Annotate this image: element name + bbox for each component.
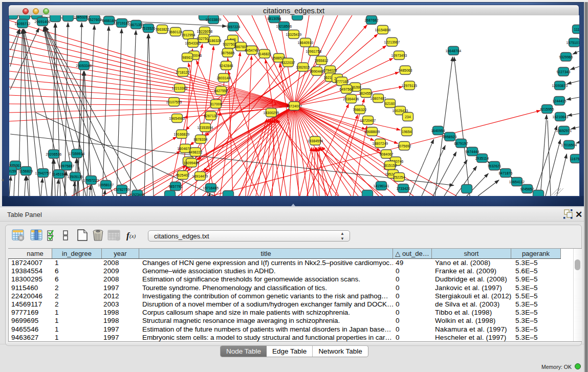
svg-text:15716485: 15716485 — [203, 186, 219, 190]
svg-text:19166829: 19166829 — [174, 133, 190, 136]
svg-text:8958923: 8958923 — [443, 135, 456, 139]
svg-text:9227343: 9227343 — [556, 70, 570, 74]
svg-text:10025433: 10025433 — [393, 109, 408, 113]
svg-text:2718120: 2718120 — [176, 71, 189, 74]
svg-text:19384554: 19384554 — [308, 139, 323, 143]
svg-text:817006: 817006 — [210, 102, 222, 106]
svg-text:16914479: 16914479 — [192, 174, 208, 178]
svg-text:234: 234 — [405, 115, 411, 119]
svg-text:7663822: 7663822 — [155, 28, 169, 31]
svg-text:39159: 39159 — [9, 169, 16, 173]
svg-text:16154808: 16154808 — [375, 28, 391, 32]
svg-text:19654985: 19654985 — [169, 117, 185, 120]
svg-text:7955812: 7955812 — [314, 59, 328, 62]
svg-text:1112: 1112 — [574, 28, 579, 31]
svg-text:2803144: 2803144 — [216, 76, 230, 80]
svg-text:9777169: 9777169 — [335, 80, 349, 83]
svg-text:17016504: 17016504 — [561, 143, 577, 147]
svg-text:8267130: 8267130 — [204, 114, 217, 118]
svg-text:12942757: 12942757 — [35, 171, 51, 175]
svg-text:8427552: 8427552 — [214, 89, 228, 93]
svg-text:12093873: 12093873 — [552, 84, 568, 87]
svg-text:1156829: 1156829 — [19, 169, 33, 173]
svg-text:12353594: 12353594 — [198, 126, 213, 129]
svg-text:1244415: 1244415 — [552, 99, 566, 103]
svg-text:3660124: 3660124 — [168, 30, 182, 34]
svg-text:98961: 98961 — [182, 56, 192, 59]
svg-text:18640910: 18640910 — [298, 41, 314, 45]
svg-text:3824554: 3824554 — [359, 92, 373, 95]
svg-text:1527602: 1527602 — [88, 18, 101, 21]
svg-text:2687682: 2687682 — [364, 18, 378, 22]
svg-text:6497568: 6497568 — [339, 87, 353, 91]
svg-text:12505135: 12505135 — [68, 175, 83, 179]
svg-text:18300295: 18300295 — [264, 111, 279, 115]
svg-text:16210643: 16210643 — [553, 115, 569, 119]
svg-text:9146821: 9146821 — [257, 52, 271, 56]
svg-text:16648784: 16648784 — [446, 49, 462, 53]
svg-text:19654: 19654 — [402, 130, 411, 134]
svg-text:10961758: 10961758 — [306, 50, 322, 53]
svg-text:3912954: 3912954 — [181, 33, 195, 37]
svg-text:9857791: 9857791 — [168, 185, 182, 188]
svg-text:16033809: 16033809 — [206, 18, 222, 21]
svg-text:9990448: 9990448 — [310, 70, 323, 73]
svg-text:1815152: 1815152 — [383, 164, 397, 167]
svg-text:8186328: 8186328 — [207, 39, 221, 42]
svg-text:10975887: 10975887 — [59, 164, 75, 168]
svg-text:7515526: 7515526 — [141, 27, 155, 30]
svg-text:6794028: 6794028 — [323, 69, 337, 72]
svg-text:16671355: 16671355 — [128, 23, 144, 27]
svg-text:12213967: 12213967 — [384, 40, 400, 44]
svg-text:8471876: 8471876 — [498, 171, 512, 175]
svg-text:19218506: 19218506 — [276, 25, 292, 28]
svg-text:16720407: 16720407 — [360, 119, 376, 122]
svg-text:15226058: 15226058 — [197, 30, 213, 33]
svg-text:17359934: 17359934 — [69, 152, 85, 156]
svg-text:2867608: 2867608 — [234, 45, 248, 49]
svg-text:8454749: 8454749 — [245, 49, 258, 52]
svg-text:3875685: 3875685 — [221, 51, 234, 55]
svg-text:9329966: 9329966 — [559, 55, 573, 59]
svg-text:8215955: 8215955 — [540, 107, 554, 111]
svg-text:(x): (x) — [129, 233, 136, 239]
svg-text:116753: 116753 — [570, 157, 579, 161]
svg-text:10688609: 10688609 — [364, 130, 380, 134]
svg-text:7625402: 7625402 — [176, 173, 189, 177]
svg-text:9474444: 9474444 — [465, 150, 479, 154]
svg-text:8813054: 8813054 — [267, 17, 281, 20]
svg-text:8322037: 8322037 — [281, 61, 295, 64]
svg-text:10958107: 10958107 — [98, 183, 114, 187]
svg-text:12975115: 12975115 — [402, 84, 418, 87]
svg-text:16782759: 16782759 — [114, 188, 130, 191]
svg-text:9242848: 9242848 — [219, 64, 233, 68]
svg-text:10107553: 10107553 — [166, 100, 182, 104]
svg-text:20206536: 20206536 — [46, 152, 62, 156]
svg-text:1733426: 1733426 — [396, 187, 410, 190]
svg-text:7632621: 7632621 — [487, 164, 501, 168]
svg-text:7485063: 7485063 — [398, 69, 412, 72]
svg-text:1640954: 1640954 — [431, 129, 445, 133]
svg-text:12213389: 12213389 — [172, 86, 188, 90]
svg-text:13325419: 13325419 — [286, 33, 302, 36]
svg-text:14196141: 14196141 — [374, 184, 389, 188]
svg-text:15692971: 15692971 — [556, 129, 572, 133]
svg-text:16543382: 16543382 — [185, 41, 201, 45]
svg-text:3498222: 3498222 — [188, 150, 202, 154]
svg-text:25053346: 25053346 — [76, 64, 92, 68]
svg-text:16099489: 16099489 — [184, 161, 200, 165]
svg-text:6879197: 6879197 — [454, 142, 468, 145]
svg-text:10654112: 10654112 — [509, 180, 525, 184]
svg-text:9245652: 9245652 — [520, 187, 534, 191]
svg-text:9084067: 9084067 — [379, 152, 393, 156]
svg-text:1362615: 1362615 — [296, 65, 310, 69]
svg-text:10807487: 10807487 — [371, 97, 386, 100]
svg-text:15751074: 15751074 — [567, 41, 579, 45]
svg-text:252254: 252254 — [393, 176, 405, 179]
svg-text:18807249: 18807249 — [373, 142, 388, 145]
svg-text:2935114: 2935114 — [475, 157, 489, 160]
svg-text:1075692: 1075692 — [397, 144, 411, 148]
svg-text:7986322: 7986322 — [353, 108, 366, 112]
svg-text:1145194: 1145194 — [52, 172, 66, 176]
svg-text:14055712: 14055712 — [15, 22, 31, 26]
